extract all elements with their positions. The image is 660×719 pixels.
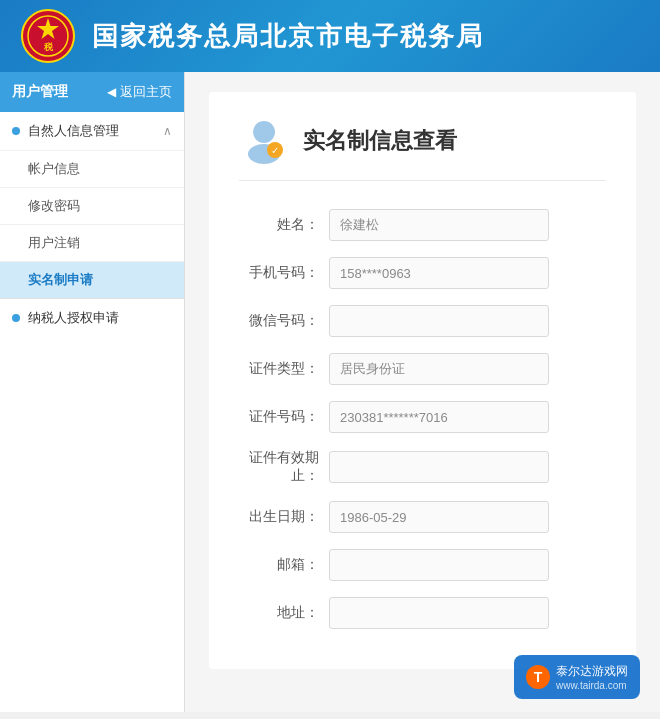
input-phone[interactable] [329,257,549,289]
label-phone: 手机号码： [239,264,329,282]
input-address[interactable] [329,597,549,629]
input-email[interactable] [329,549,549,581]
form-row-wechat: 微信号码： [239,305,606,337]
input-wechat[interactable] [329,305,549,337]
section-dot-icon [12,127,20,135]
page-header: ✓ 实名制信息查看 [239,116,606,181]
form-row-address: 地址： [239,597,606,629]
sidebar-nav-title: 用户管理 [12,83,68,101]
svg-text:税: 税 [43,42,54,52]
sidebar-section-taxpayer[interactable]: 纳税人授权申请 [0,298,184,337]
label-idexpiry: 证件有效期止： [239,449,329,485]
section-natural-label: 自然人信息管理 [28,122,119,140]
label-address: 地址： [239,604,329,622]
header-logo: 税 [20,8,76,64]
header-title: 国家税务总局北京市电子税务局 [92,19,484,54]
watermark-site: 泰尔达游戏网 [556,663,628,680]
sidebar: 用户管理 ◀ 返回主页 自然人信息管理 ∧ 帐户信息 修改密码 用 [0,72,185,712]
label-name: 姓名： [239,216,329,234]
chevron-up-icon: ∧ [163,124,172,138]
label-idnum: 证件号码： [239,408,329,426]
back-arrow-icon: ◀ [107,85,116,99]
sidebar-section-natural-header[interactable]: 自然人信息管理 ∧ [0,112,184,150]
label-email: 邮箱： [239,556,329,574]
content-area: ✓ 实名制信息查看 姓名： 手机号码： 微信号码： [185,72,660,712]
back-label: 返回主页 [120,83,172,101]
content-card: ✓ 实名制信息查看 姓名： 手机号码： 微信号码： [209,92,636,669]
watermark-icon: T [526,665,550,689]
sidebar-item-realname[interactable]: 实名制申请 [0,261,184,298]
form-row-idexpiry: 证件有效期止： [239,449,606,485]
back-home-button[interactable]: ◀ 返回主页 [107,83,172,101]
form-row-phone: 手机号码： [239,257,606,289]
user-icon: ✓ [239,116,289,166]
form-row-name: 姓名： [239,209,606,241]
header: 税 国家税务总局北京市电子税务局 [0,0,660,72]
sidebar-section-natural: 自然人信息管理 ∧ 帐户信息 修改密码 用户注销 实名制申请 [0,112,184,298]
svg-point-0 [22,10,74,62]
form-body: 姓名： 手机号码： 微信号码： 证件类型： 证件号码： [239,209,606,629]
input-birthday[interactable] [329,501,549,533]
form-row-idtype: 证件类型： [239,353,606,385]
label-wechat: 微信号码： [239,312,329,330]
form-row-birthday: 出生日期： [239,501,606,533]
section2-label: 纳税人授权申请 [28,309,119,327]
input-idtype[interactable] [329,353,549,385]
form-row-idnum: 证件号码： [239,401,606,433]
main-layout: 用户管理 ◀ 返回主页 自然人信息管理 ∧ 帐户信息 修改密码 用 [0,72,660,712]
sidebar-item-account[interactable]: 帐户信息 [0,150,184,187]
input-name[interactable] [329,209,549,241]
svg-point-4 [253,121,275,143]
watermark-url: www.tairdа.com [556,680,628,691]
label-idtype: 证件类型： [239,360,329,378]
page-title: 实名制信息查看 [303,126,457,156]
watermark: T 泰尔达游戏网 www.tairdа.com [514,655,640,699]
sidebar-item-password[interactable]: 修改密码 [0,187,184,224]
input-idexpiry[interactable] [329,451,549,483]
label-birthday: 出生日期： [239,508,329,526]
sidebar-sub-items: 帐户信息 修改密码 用户注销 实名制申请 [0,150,184,298]
watermark-text: 泰尔达游戏网 www.tairdа.com [556,663,628,691]
svg-text:✓: ✓ [271,145,279,156]
sidebar-nav-bar: 用户管理 ◀ 返回主页 [0,72,184,112]
sidebar-item-deregister[interactable]: 用户注销 [0,224,184,261]
section2-dot-icon [12,314,20,322]
form-row-email: 邮箱： [239,549,606,581]
input-idnum[interactable] [329,401,549,433]
